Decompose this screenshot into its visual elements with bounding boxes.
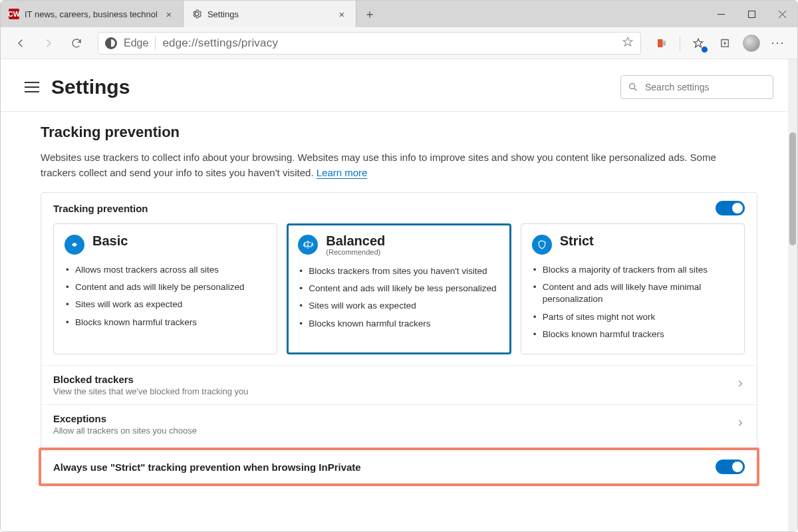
card-title: Basic	[92, 233, 128, 248]
row-subtitle: View the sites that we've blocked from t…	[53, 386, 248, 396]
favorite-star-icon[interactable]	[622, 36, 634, 51]
browser-toolbar: Edge edge://settings/privacy ···	[1, 27, 797, 59]
row-inprivate-strict[interactable]: Always use "Strict" tracking prevention …	[41, 450, 757, 483]
divider	[155, 37, 156, 50]
row-title: Blocked trackers	[53, 374, 248, 385]
divider	[680, 35, 680, 51]
card-bullet: Blocks trackers from sites you haven't v…	[298, 263, 499, 280]
tracking-prevention-panel: Tracking prevention Basic Allows	[41, 192, 757, 485]
profile-avatar[interactable]	[740, 32, 763, 55]
card-basic[interactable]: Basic Allows most trackers across all si…	[53, 223, 277, 354]
card-bullet: Blocks known harmful trackers	[65, 314, 266, 331]
favicon-cw: CW	[9, 9, 19, 19]
svg-line-12	[634, 88, 636, 90]
menu-icon[interactable]	[25, 82, 39, 92]
forward-button[interactable]	[37, 31, 61, 55]
row-exceptions[interactable]: Exceptions Allow all trackers on sites y…	[41, 404, 757, 444]
row-title: Exceptions	[53, 413, 197, 424]
refresh-button[interactable]	[65, 31, 88, 55]
edge-logo-icon	[105, 37, 117, 49]
row-title: Always use "Strict" tracking prevention …	[53, 462, 361, 473]
learn-more-link[interactable]: Learn more	[317, 167, 368, 179]
section-title: Tracking prevention	[41, 124, 757, 141]
card-bullet: Blocks known harmful trackers	[298, 315, 499, 332]
gear-icon	[192, 9, 202, 19]
panel-label: Tracking prevention	[53, 203, 148, 214]
browser-tabs: CW IT news, careers, business technol × …	[1, 1, 706, 27]
card-bullet: Sites will work as expected	[298, 297, 499, 315]
collections-button[interactable]	[714, 32, 736, 55]
svg-rect-5	[663, 41, 666, 46]
more-menu-button[interactable]: ···	[767, 32, 789, 55]
tab-title: Settings	[207, 9, 331, 19]
search-placeholder: Search settings	[645, 82, 710, 92]
window-titlebar: CW IT news, careers, business technol × …	[1, 1, 797, 27]
card-bullet: Content and ads will likely have minimal…	[532, 279, 733, 308]
chevron-right-icon	[735, 418, 745, 430]
window-buttons	[706, 1, 797, 27]
tracking-prevention-toggle[interactable]	[716, 201, 745, 215]
basic-icon	[65, 235, 84, 255]
chevron-right-icon	[735, 379, 745, 391]
close-icon[interactable]: ×	[163, 9, 175, 20]
favorites-button[interactable]	[687, 32, 710, 55]
maximize-button[interactable]	[736, 1, 767, 27]
row-subtitle: Allow all trackers on sites you choose	[53, 426, 197, 436]
minimize-button[interactable]	[706, 1, 736, 27]
card-title: Balanced	[326, 233, 385, 248]
card-strict[interactable]: Strict Blocks a majority of trackers fro…	[521, 223, 745, 354]
search-settings-input[interactable]: Search settings	[620, 75, 773, 99]
card-balanced[interactable]: Balanced (Recommended) Blocks trackers f…	[287, 223, 511, 354]
balanced-icon	[298, 235, 318, 255]
page-title: Settings	[51, 76, 130, 98]
office-addin-icon[interactable]	[650, 32, 673, 55]
new-tab-button[interactable]: ＋	[356, 1, 383, 27]
tab-it-news[interactable]: CW IT news, careers, business technol ×	[1, 1, 184, 27]
card-bullet: Sites will work as expected	[65, 296, 266, 313]
panel-header: Tracking prevention	[41, 193, 757, 223]
address-bar[interactable]: Edge edge://settings/privacy	[98, 32, 641, 55]
url-text: edge://settings/privacy	[162, 37, 615, 50]
section-description: Websites use trackers to collect info ab…	[41, 150, 745, 180]
tab-settings[interactable]: Settings ×	[184, 1, 356, 27]
settings-header: Settings Search settings	[1, 59, 797, 112]
card-title: Strict	[560, 233, 594, 248]
settings-page: Settings Search settings Tracking preven…	[1, 59, 797, 531]
svg-point-11	[630, 84, 635, 89]
inprivate-strict-toggle[interactable]	[716, 460, 745, 474]
strict-icon	[532, 235, 552, 255]
svg-rect-1	[748, 11, 755, 17]
search-icon	[628, 82, 638, 92]
card-bullet: Blocks known harmful trackers	[532, 326, 733, 343]
card-bullet: Allows most trackers across all sites	[65, 261, 266, 279]
tab-title: IT news, careers, business technol	[25, 9, 158, 19]
tracking-level-cards: Basic Allows most trackers across all si…	[41, 223, 757, 365]
close-window-button[interactable]	[767, 1, 797, 27]
scrollbar-thumb[interactable]	[789, 132, 796, 245]
scrollbar-track[interactable]	[788, 59, 797, 531]
site-identity-label: Edge	[124, 37, 148, 49]
inprivate-strict-highlight: Always use "Strict" tracking prevention …	[39, 448, 759, 486]
back-button[interactable]	[9, 31, 33, 55]
svg-rect-4	[658, 39, 663, 47]
card-bullet: Parts of sites might not work	[532, 309, 733, 326]
card-bullet: Blocks a majority of trackers from all s…	[532, 261, 733, 279]
card-subtitle: (Recommended)	[326, 248, 385, 256]
card-bullet: Content and ads will likely be less pers…	[298, 280, 499, 297]
card-bullet: Content and ads will likely be personali…	[65, 279, 266, 296]
row-blocked-trackers[interactable]: Blocked trackers View the sites that we'…	[41, 365, 757, 404]
close-icon[interactable]: ×	[336, 9, 348, 20]
